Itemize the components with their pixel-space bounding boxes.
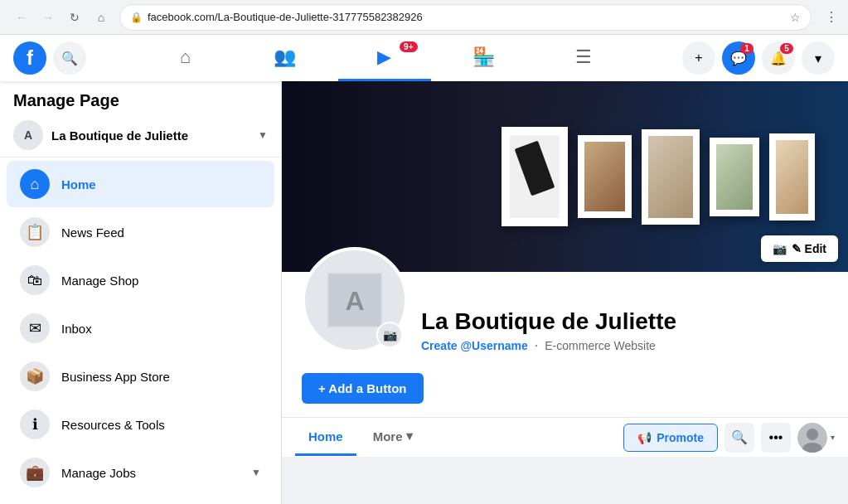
create-username-link[interactable]: Create @Username xyxy=(421,339,528,352)
art-frame-1 xyxy=(502,127,568,226)
sidebar-item-inbox[interactable]: ✉ Inbox xyxy=(7,305,274,351)
page-selector[interactable]: A La Boutique de Juliette ▼ xyxy=(0,114,281,158)
notifications-badge: 5 xyxy=(780,43,793,54)
user-profile-thumb xyxy=(797,423,827,453)
page-tab-actions: 📢 Promote 🔍 ••• xyxy=(623,423,835,453)
add-button[interactable]: + Add a Button xyxy=(302,373,424,404)
create-button[interactable]: + xyxy=(682,41,715,75)
profile-name: La Boutique de Juliette xyxy=(421,308,828,335)
sidebar-item-newsfeed-label: News Feed xyxy=(61,225,261,240)
watch-badge: 9+ xyxy=(400,41,417,52)
sidebar-item-shop-label: Manage Shop xyxy=(61,274,261,288)
cover-photo-container: 📷 ✎ Edit xyxy=(282,81,848,272)
camera-icon: 📷 xyxy=(383,328,397,342)
profile-info-row: A 📷 La Boutique de Juliette Create @User… xyxy=(302,285,828,353)
lock-icon: 🔒 xyxy=(130,12,143,23)
sidebar-item-shop[interactable]: 🛍 Manage Shop xyxy=(7,257,274,303)
page-type-label: E-commerce Website xyxy=(545,339,656,352)
page-selector-name: La Boutique de Juliette xyxy=(51,128,250,143)
facebook-header: f 🔍 ⌂ 👥 ▶ 9+ 🏪 ☰ + 💬 1 🔔 5 xyxy=(0,35,848,81)
nav-item-home[interactable]: ⌂ xyxy=(139,35,232,81)
home-sidebar-icon: ⌂ xyxy=(20,169,50,199)
art-frame-4 xyxy=(710,138,759,216)
tabs-search-button[interactable]: 🔍 xyxy=(724,423,754,453)
sidebar-item-inbox-label: Inbox xyxy=(61,322,261,336)
sidebar: Manage Page A La Boutique de Juliette ▼ … xyxy=(0,81,282,504)
sidebar-item-newsfeed[interactable]: 📋 News Feed xyxy=(7,209,274,255)
promote-button[interactable]: 📢 Promote xyxy=(623,424,718,452)
svg-point-4 xyxy=(807,429,818,440)
plus-icon: + xyxy=(695,51,702,65)
main-content: 📷 ✎ Edit A 📷 xyxy=(282,81,848,504)
page-selector-dropdown-icon: ▼ xyxy=(258,129,268,141)
edit-cover-button[interactable]: 📷 ✎ Edit xyxy=(761,235,838,262)
bookmark-icon[interactable]: ☆ xyxy=(790,11,801,24)
inbox-sidebar-icon: ✉ xyxy=(20,313,50,343)
reload-button[interactable]: ↻ xyxy=(63,6,86,29)
resources-sidebar-icon: ℹ xyxy=(20,410,50,439)
messenger-button[interactable]: 💬 1 xyxy=(722,41,755,75)
art-frame-3 xyxy=(642,129,700,225)
newsfeed-sidebar-icon: 📋 xyxy=(20,217,50,247)
nav-item-friends[interactable]: 👥 xyxy=(239,35,332,81)
meta-separator: · xyxy=(535,338,538,353)
tab-more[interactable]: More ▾ xyxy=(360,419,426,456)
sidebar-item-jobs[interactable]: 💼 Manage Jobs ▼ xyxy=(7,449,274,496)
menu-nav-icon: ☰ xyxy=(575,46,592,68)
marketplace-nav-icon: 🏪 xyxy=(472,46,495,68)
profile-picture-edit-button[interactable]: 📷 xyxy=(376,322,403,348)
profile-picture-container: A 📷 xyxy=(302,247,408,353)
sidebar-item-business-label: Business App Store xyxy=(61,370,261,384)
header-right-actions: + 💬 1 🔔 5 ▾ xyxy=(682,41,835,75)
main-navigation: ⌂ 👥 ▶ 9+ 🏪 ☰ xyxy=(86,35,682,81)
search-icon: 🔍 xyxy=(731,429,748,445)
browser-menu-button[interactable]: ⋮ xyxy=(825,9,838,25)
sidebar-item-jobs-label: Manage Jobs xyxy=(61,466,240,480)
address-bar-input[interactable] xyxy=(148,11,785,23)
home-button-browser[interactable]: ⌂ xyxy=(90,6,113,29)
forward-button[interactable]: → xyxy=(36,6,60,29)
sidebar-item-resources-label: Resources & Tools xyxy=(61,418,261,432)
messenger-badge: 1 xyxy=(740,43,754,54)
main-layout: Manage Page A La Boutique de Juliette ▼ … xyxy=(0,81,848,504)
jobs-chevron-icon: ▼ xyxy=(251,467,261,478)
art-frame-5 xyxy=(769,133,815,220)
ellipsis-icon: ••• xyxy=(769,430,783,445)
browser-chrome: ← → ↻ ⌂ 🔒 ☆ ⋮ xyxy=(0,0,848,35)
chevron-down-icon: ▾ xyxy=(815,51,821,66)
business-sidebar-icon: 📦 xyxy=(20,361,50,391)
sidebar-item-resources[interactable]: ℹ Resources & Tools xyxy=(7,401,274,448)
watch-nav-icon: ▶ xyxy=(377,46,391,68)
profile-thumb-chevron-icon: ▾ xyxy=(831,433,835,442)
notifications-button[interactable]: 🔔 5 xyxy=(762,41,795,75)
nav-item-watch[interactable]: ▶ 9+ xyxy=(338,35,431,81)
home-nav-icon: ⌂ xyxy=(180,46,191,68)
page-avatar: A xyxy=(13,120,43,150)
nav-item-marketplace[interactable]: 🏪 xyxy=(438,35,531,81)
svg-text:A: A xyxy=(345,286,364,316)
profile-section: A 📷 La Boutique de Juliette Create @User… xyxy=(282,272,848,417)
profile-text: La Boutique de Juliette Create @Username… xyxy=(421,308,828,353)
sidebar-item-business[interactable]: 📦 Business App Store xyxy=(7,353,274,400)
address-bar-container[interactable]: 🔒 ☆ xyxy=(119,4,812,31)
megaphone-icon: 📢 xyxy=(637,431,652,444)
friends-nav-icon: 👥 xyxy=(274,46,296,68)
page-tabs: Home More ▾ 📢 Promote 🔍 ••• xyxy=(282,417,848,457)
camera-edit-icon: 📷 xyxy=(773,242,787,255)
sidebar-item-home[interactable]: ⌂ Home xyxy=(7,161,274,207)
jobs-sidebar-icon: 💼 xyxy=(20,458,50,487)
sidebar-item-home-label: Home xyxy=(61,177,261,191)
account-button[interactable]: ▾ xyxy=(802,41,835,75)
profile-thumb-wrapper[interactable]: ▾ xyxy=(797,423,835,453)
art-frame-2 xyxy=(578,135,632,218)
tabs-more-button[interactable]: ••• xyxy=(761,423,791,453)
shop-sidebar-icon: 🛍 xyxy=(20,265,50,295)
header-search-button[interactable]: 🔍 xyxy=(53,41,86,75)
tab-home[interactable]: Home xyxy=(295,419,356,456)
facebook-logo[interactable]: f xyxy=(13,41,46,75)
profile-meta: Create @Username · E-commerce Website xyxy=(421,338,828,353)
browser-nav-buttons: ← → ↻ ⌂ xyxy=(10,6,113,29)
sidebar-title: Manage Page xyxy=(0,81,281,114)
back-button[interactable]: ← xyxy=(10,6,33,29)
nav-item-menu[interactable]: ☰ xyxy=(537,35,630,81)
